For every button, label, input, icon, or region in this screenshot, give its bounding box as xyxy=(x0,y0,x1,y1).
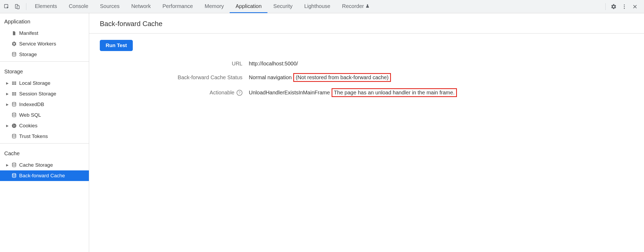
status-value: Normal navigation (Not restored from bac… xyxy=(249,73,391,82)
application-sidebar: Application▶Manifest▶Service Workers▶Sto… xyxy=(0,13,89,252)
sidebar-item-label: Cookies xyxy=(19,123,38,129)
panel-title: Back-forward Cache xyxy=(89,13,644,33)
tab-label: Lighthouse xyxy=(304,3,330,9)
sidebar-item-local-storage[interactable]: ▶Local Storage xyxy=(0,78,89,89)
expand-arrow-icon[interactable]: ▶ xyxy=(5,163,9,167)
sidebar-section-header: Cache xyxy=(0,145,89,160)
tab-label: Recorder xyxy=(342,3,364,9)
sidebar-divider xyxy=(0,143,89,144)
sidebar-item-indexeddb[interactable]: ▶IndexedDB xyxy=(0,99,89,110)
cookie-icon xyxy=(11,123,17,129)
svg-point-27 xyxy=(12,163,16,164)
tab-label: Console xyxy=(69,3,88,9)
database-icon xyxy=(11,173,17,179)
url-label: URL xyxy=(100,61,249,67)
svg-point-5 xyxy=(624,8,625,9)
expand-arrow-icon[interactable]: ▶ xyxy=(5,92,9,96)
svg-rect-17 xyxy=(12,95,14,95)
tab-label: Sources xyxy=(100,3,119,9)
actionable-label: Actionable ? xyxy=(100,90,249,96)
url-row: URL http://localhost:5000/ xyxy=(100,57,633,70)
expand-arrow-icon[interactable]: ▶ xyxy=(5,124,9,128)
tab-label: Security xyxy=(273,3,292,9)
svg-point-20 xyxy=(12,113,16,114)
close-devtools-icon[interactable] xyxy=(630,2,640,11)
sidebar-item-trust-tokens[interactable]: ▶Trust Tokens xyxy=(0,131,89,142)
sidebar-item-service-workers[interactable]: ▶Service Workers xyxy=(0,39,89,49)
tab-label: Application xyxy=(236,3,262,9)
run-test-button[interactable]: Run Test xyxy=(100,40,133,51)
tab-application[interactable]: Application xyxy=(230,0,267,13)
devtools-toolbar: ElementsConsoleSourcesNetworkPerformance… xyxy=(0,0,644,13)
svg-rect-15 xyxy=(12,94,14,94)
svg-rect-16 xyxy=(14,94,16,94)
sidebar-item-cache-storage[interactable]: ▶Cache Storage xyxy=(0,160,89,170)
sidebar-item-cookies[interactable]: ▶Cookies xyxy=(0,120,89,131)
tab-console[interactable]: Console xyxy=(63,0,94,13)
table-icon xyxy=(11,80,17,86)
expand-arrow-icon[interactable]: ▶ xyxy=(5,103,9,106)
tab-network[interactable]: Network xyxy=(125,0,156,13)
database-icon xyxy=(11,52,17,57)
svg-rect-11 xyxy=(12,84,14,85)
sidebar-item-label: Service Workers xyxy=(19,41,56,47)
tab-recorder[interactable]: Recorder xyxy=(336,0,375,13)
actionable-code: UnloadHandlerExistsInMainFrame xyxy=(249,90,330,96)
more-menu-icon[interactable] xyxy=(620,2,629,11)
help-icon[interactable]: ? xyxy=(237,90,242,96)
settings-gear-icon[interactable] xyxy=(609,2,618,11)
sidebar-item-label: Session Storage xyxy=(19,91,56,97)
sidebar-item-manifest[interactable]: ▶Manifest xyxy=(0,28,89,39)
sidebar-item-label: Storage xyxy=(19,52,37,57)
content-panel: Back-forward Cache Run Test URL http://l… xyxy=(89,13,644,252)
svg-point-26 xyxy=(12,134,16,136)
tab-label: Network xyxy=(131,3,151,9)
database-icon xyxy=(11,102,17,107)
svg-point-22 xyxy=(13,125,14,125)
sidebar-item-label: Web SQL xyxy=(19,112,41,118)
status-highlight: (Not restored from back-forward cache) xyxy=(293,73,391,82)
svg-rect-18 xyxy=(14,95,16,95)
sidebar-item-back-forward-cache[interactable]: ▶Back-forward Cache xyxy=(0,170,89,181)
svg-rect-2 xyxy=(17,6,19,9)
svg-rect-14 xyxy=(14,92,16,93)
gear-icon xyxy=(11,41,17,47)
sidebar-item-label: Trust Tokens xyxy=(19,133,48,139)
svg-rect-7 xyxy=(12,82,14,82)
actionable-row: Actionable ? UnloadHandlerExistsInMainFr… xyxy=(100,85,633,100)
sidebar-section-header: Storage xyxy=(0,63,89,78)
expand-arrow-icon[interactable]: ▶ xyxy=(5,81,9,85)
file-icon xyxy=(11,30,17,36)
sidebar-item-label: Local Storage xyxy=(19,80,50,86)
sidebar-divider xyxy=(0,61,89,62)
device-toggle-icon[interactable] xyxy=(13,3,21,11)
tab-lighthouse[interactable]: Lighthouse xyxy=(298,0,336,13)
svg-point-24 xyxy=(13,126,14,127)
sidebar-item-web-sql[interactable]: ▶Web SQL xyxy=(0,110,89,120)
tab-security[interactable]: Security xyxy=(267,0,298,13)
actionable-value: UnloadHandlerExistsInMainFrame The page … xyxy=(249,88,457,97)
tab-elements[interactable]: Elements xyxy=(29,0,63,13)
sidebar-item-label: Back-forward Cache xyxy=(19,173,65,179)
svg-point-4 xyxy=(624,6,625,7)
status-row: Back-forward Cache Status Normal navigat… xyxy=(100,70,633,85)
sidebar-item-label: Manifest xyxy=(19,30,38,36)
sidebar-item-session-storage[interactable]: ▶Session Storage xyxy=(0,89,89,99)
tab-sources[interactable]: Sources xyxy=(94,0,125,13)
tab-label: Performance xyxy=(163,3,193,9)
svg-point-23 xyxy=(14,125,15,126)
svg-rect-8 xyxy=(14,82,16,82)
svg-point-28 xyxy=(12,174,16,175)
flask-icon xyxy=(365,4,370,8)
database-icon xyxy=(11,112,17,118)
svg-rect-13 xyxy=(12,92,14,93)
svg-point-25 xyxy=(15,127,15,127)
sidebar-item-storage[interactable]: ▶Storage xyxy=(0,49,89,60)
toolbar-divider xyxy=(605,3,606,10)
table-icon xyxy=(11,91,17,97)
tab-memory[interactable]: Memory xyxy=(199,0,230,13)
svg-rect-12 xyxy=(14,84,16,85)
inspect-element-icon[interactable] xyxy=(3,3,11,11)
svg-rect-9 xyxy=(12,83,14,84)
tab-performance[interactable]: Performance xyxy=(157,0,199,13)
